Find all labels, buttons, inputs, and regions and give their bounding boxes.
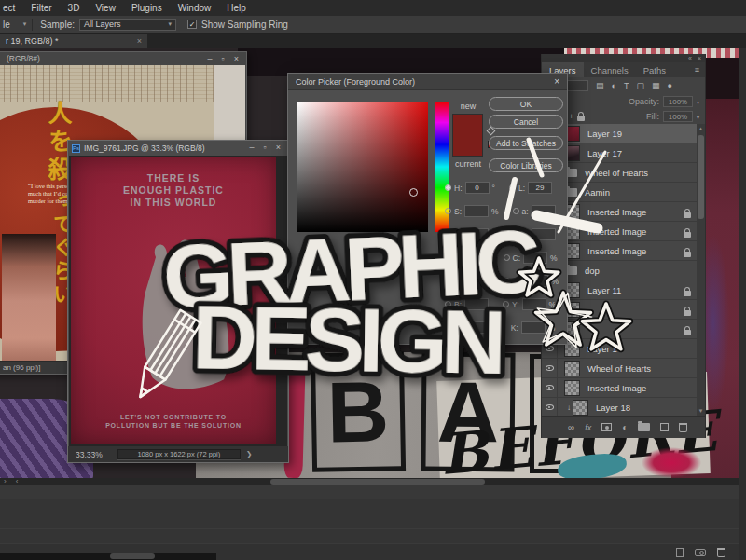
delete-state-icon[interactable] <box>717 548 725 557</box>
filter-smart-object-icon[interactable]: ▦ <box>652 81 660 90</box>
layer-name[interactable]: Layer 18 <box>596 403 630 413</box>
scroll-down-icon[interactable]: ▼ <box>697 408 705 414</box>
layer-name[interactable]: Inserted Image <box>587 246 646 256</box>
menu-item-plugins[interactable]: Plugins <box>131 3 162 13</box>
sample-dropdown[interactable]: All Layers ▾ <box>79 19 176 31</box>
close-button[interactable]: × <box>276 143 281 152</box>
radio-b[interactable] <box>445 231 451 238</box>
collapse-icon[interactable]: « <box>688 55 692 61</box>
chevron-down-icon[interactable]: ▾ <box>697 99 699 105</box>
eye-icon[interactable] <box>546 346 554 351</box>
minimize-button[interactable]: – <box>208 54 213 63</box>
new-snapshot-camera-icon[interactable] <box>695 549 706 556</box>
new-document-from-state-icon[interactable] <box>676 548 684 557</box>
layer-name[interactable]: Wheel of Hearts <box>587 363 651 374</box>
radio-l[interactable] <box>509 184 516 191</box>
ab-input[interactable] <box>532 228 556 240</box>
layer-thumbnail[interactable] <box>573 400 588 416</box>
chevron-down-icon[interactable]: ▾ <box>697 114 699 120</box>
link-layers-icon[interactable]: ∞ <box>568 422 574 432</box>
horizontal-scrollbar[interactable]: ›‹ <box>0 478 739 485</box>
maximize-button[interactable]: ▫ <box>222 54 225 63</box>
h-input[interactable]: 0 <box>465 182 490 194</box>
filter-toggle-icon[interactable]: ● <box>667 81 671 90</box>
color-libraries-button[interactable]: Color Libraries <box>489 158 563 172</box>
zoom-level[interactable]: 33.33% <box>76 450 103 459</box>
layer-name[interactable]: Layer 1 <box>587 344 617 354</box>
jp-window-titlebar[interactable]: (RGB/8#) – ▫ × <box>0 52 246 65</box>
add-to-swatches-button[interactable]: Add to Swatches <box>489 136 563 150</box>
dialog-close-icon[interactable]: × <box>554 76 560 87</box>
scrollbar-thumb[interactable] <box>270 479 485 485</box>
filter-type-icon[interactable]: T <box>624 81 629 90</box>
y-input[interactable] <box>522 298 546 310</box>
new-group-icon[interactable] <box>638 423 650 431</box>
radio-b2[interactable] <box>445 301 451 307</box>
radio-m[interactable] <box>504 278 510 284</box>
filter-shape-icon[interactable]: ▢ <box>636 81 644 90</box>
cancel-button[interactable]: Cancel <box>489 115 563 129</box>
layer-row[interactable]: Inserted Image <box>542 378 697 398</box>
scrollbar-thumb[interactable] <box>110 553 155 559</box>
saturation-brightness-field[interactable] <box>297 102 428 232</box>
layer-name[interactable]: Wheel of Hearts <box>585 168 648 178</box>
panel-close-icon[interactable]: × <box>698 55 701 61</box>
color-cursor[interactable] <box>409 188 418 197</box>
eye-icon[interactable] <box>546 365 554 371</box>
ok-button[interactable]: OK <box>489 97 563 111</box>
eye-cell[interactable] <box>542 359 558 377</box>
b2-input[interactable] <box>464 298 489 310</box>
s-input[interactable] <box>464 205 489 217</box>
menu-item-help[interactable]: Help <box>227 3 246 13</box>
eye-cell[interactable] <box>542 378 558 397</box>
radio-a[interactable] <box>513 208 519 214</box>
fill-value[interactable]: 100% <box>663 111 693 122</box>
layer-thumbnail[interactable] <box>564 361 580 376</box>
radio-g[interactable] <box>445 278 451 284</box>
layer-name[interactable]: Layer 11 <box>587 285 621 295</box>
minimize-button[interactable]: – <box>250 143 255 152</box>
eye-icon[interactable] <box>546 404 554 410</box>
layer-thumbnail[interactable] <box>564 380 580 396</box>
tab-channels[interactable]: Channels <box>584 62 636 77</box>
lock-all-icon[interactable] <box>577 116 585 121</box>
menu-item-view[interactable]: View <box>95 3 116 13</box>
panel-menu-icon[interactable]: ≡ <box>695 65 699 75</box>
layer-row[interactable]: Wheel of Hearts <box>542 359 697 378</box>
img-9761-window[interactable]: Ps IMG_9761.JPG @ 33.3% (RGB/8) – ▫ × TH… <box>67 140 289 463</box>
menu-item[interactable]: ect <box>3 3 15 13</box>
eye-cell[interactable] <box>542 398 558 416</box>
layer-row[interactable]: ↓ Layer 18 <box>542 398 697 416</box>
scrollbar-arrows[interactable]: ›‹ <box>4 477 27 485</box>
delete-layer-icon[interactable] <box>679 423 687 432</box>
g-input[interactable] <box>465 275 490 287</box>
document-tab[interactable]: r 19, RGB/8) * × <box>0 34 147 48</box>
chevron-down-icon[interactable]: ▾ <box>23 20 27 28</box>
img-window-titlebar[interactable]: Ps IMG_9761.JPG @ 33.3% (RGB/8) – ▫ × <box>68 141 288 156</box>
l-input[interactable]: 29 <box>528 182 552 194</box>
layers-scrollbar[interactable]: ▲ ▼ <box>697 124 705 416</box>
layer-name[interactable]: Inserted Image <box>587 383 646 393</box>
hex-input[interactable] <box>452 321 497 334</box>
eye-icon[interactable] <box>546 385 554 390</box>
img-window-canvas[interactable]: THERE IS ENOUGH PLASTIC IN THIS WORLD LE… <box>69 156 287 446</box>
close-button[interactable]: × <box>234 54 239 63</box>
sampling-ring-checkbox[interactable]: ✓ <box>187 20 197 29</box>
color-picker-dialog[interactable]: Color Picker (Foreground Color) × new cu… <box>287 73 568 345</box>
layer-name[interactable]: Inserted Image <box>587 226 646 237</box>
layer-name[interactable]: Aamin <box>585 187 610 198</box>
radio-ab[interactable] <box>513 231 519 238</box>
radio-h[interactable] <box>445 184 451 191</box>
new-layer-icon[interactable] <box>660 423 669 431</box>
radio-s[interactable] <box>445 208 451 214</box>
layer-name[interactable]: Inserted Image <box>587 207 646 217</box>
c-input[interactable] <box>523 252 547 264</box>
layer-name[interactable]: Layer 19 <box>587 129 622 139</box>
layer-mask-icon[interactable] <box>601 423 612 431</box>
dialog-titlebar[interactable]: Color Picker (Foreground Color) × <box>288 74 567 90</box>
status-chevron[interactable]: ❯ <box>246 450 253 458</box>
secondary-scrollbar[interactable] <box>0 553 216 560</box>
menu-item-3d[interactable]: 3D <box>68 3 80 13</box>
layer-name[interactable]: dop <box>585 266 600 276</box>
opacity-value[interactable]: 100% <box>663 96 693 107</box>
